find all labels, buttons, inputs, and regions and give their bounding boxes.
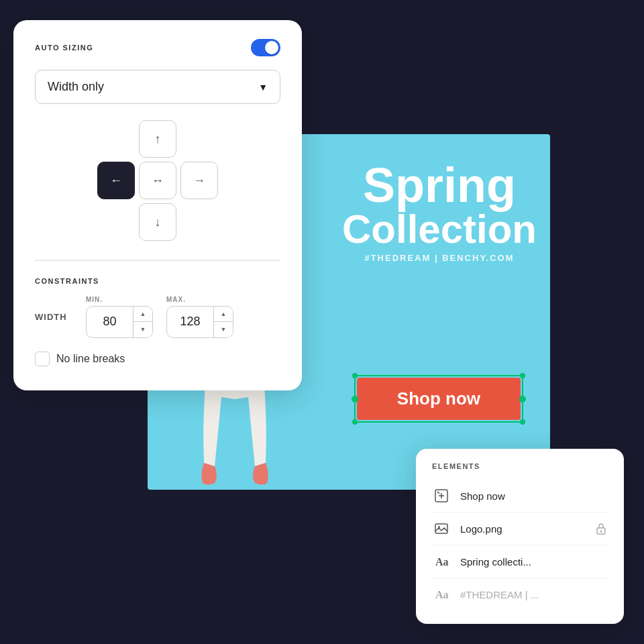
align-row-bottom: ↓	[139, 203, 176, 241]
max-label: MAX.	[166, 296, 233, 303]
element-name-hashtag: #THEDREAM | ...	[460, 589, 608, 600]
max-width-value: 128	[167, 315, 213, 329]
width-label: WIDTH	[35, 312, 75, 322]
panel-header: AUTO SIZING	[35, 39, 280, 56]
element-item-spring[interactable]: Aa Spring collecti...	[432, 545, 608, 578]
max-input-group: MAX. 128 ▲ ▼	[166, 296, 233, 338]
element-name-spring: Spring collecti...	[460, 556, 608, 568]
min-width-input[interactable]: 80 ▲ ▼	[86, 306, 153, 338]
anchor-icon	[432, 486, 451, 505]
align-left-button[interactable]: ←	[97, 162, 135, 199]
no-line-breaks-option[interactable]: No line breaks	[35, 352, 280, 366]
align-down-button[interactable]: ↓	[139, 203, 176, 241]
constraints-row: WIDTH MIN. 80 ▲ ▼ MAX. 128 ▲ ▼	[35, 296, 280, 338]
element-name-shop-now: Shop now	[460, 490, 608, 502]
auto-sizing-panel: AUTO SIZING Width only ▼ ↑ ← ↔ → ↓ CONST…	[13, 20, 302, 390]
text-muted-icon: Aa	[432, 585, 451, 604]
max-decrement-button[interactable]: ▼	[214, 322, 233, 337]
element-item-shop-now[interactable]: Shop now	[432, 480, 608, 513]
shop-now-button[interactable]: Shop now	[357, 378, 521, 420]
svg-rect-10	[435, 524, 447, 533]
max-stepper[interactable]: ▲ ▼	[213, 307, 233, 337]
spring-collection-text: Spring Collection #THEDREAM | BENCHY.COM	[342, 161, 537, 262]
svg-text:Aa: Aa	[435, 589, 449, 600]
selection-handle-bl	[352, 419, 358, 425]
min-stepper[interactable]: ▲ ▼	[133, 307, 152, 337]
no-line-breaks-label: No line breaks	[56, 353, 125, 365]
divider	[35, 260, 280, 261]
sizing-mode-dropdown[interactable]: Width only ▼	[35, 70, 280, 104]
align-center-button[interactable]: ↔	[139, 162, 176, 199]
shop-now-container: Shop now	[354, 375, 523, 423]
element-name-logo: Logo.png	[460, 523, 585, 535]
align-up-button[interactable]: ↑	[139, 120, 176, 158]
svg-text:Aa: Aa	[435, 556, 449, 568]
svg-point-13	[600, 531, 602, 533]
constraints-title: CONSTRAINTS	[35, 277, 280, 285]
min-input-group: MIN. 80 ▲ ▼	[86, 296, 153, 338]
align-row-middle: ← ↔ →	[97, 162, 218, 199]
elements-panel-title: ELEMENTS	[432, 462, 608, 470]
align-row-top: ↑	[139, 120, 176, 158]
min-decrement-button[interactable]: ▼	[133, 322, 152, 337]
align-right-button[interactable]: →	[180, 162, 218, 199]
shop-now-selection: Shop now	[354, 375, 523, 423]
selection-handle-tr	[520, 373, 525, 378]
max-width-input[interactable]: 128 ▲ ▼	[166, 306, 233, 338]
selection-handle-br	[520, 419, 525, 425]
text-icon: Aa	[432, 552, 451, 571]
min-max-group: MIN. 80 ▲ ▼ MAX. 128 ▲ ▼	[86, 296, 233, 338]
lock-icon	[594, 522, 608, 535]
max-increment-button[interactable]: ▲	[214, 307, 233, 323]
hashtag-text: #THEDREAM | BENCHY.COM	[342, 254, 537, 262]
elements-panel: ELEMENTS Shop now Logo.png	[416, 449, 624, 624]
auto-sizing-toggle[interactable]	[251, 39, 280, 56]
collection-headline: Collection	[342, 209, 537, 250]
element-item-logo[interactable]: Logo.png	[432, 513, 608, 545]
alignment-grid: ↑ ← ↔ → ↓	[35, 120, 280, 241]
chevron-down-icon: ▼	[258, 82, 268, 93]
min-label: MIN.	[86, 296, 153, 303]
dropdown-label: Width only	[48, 80, 104, 94]
no-line-breaks-checkbox[interactable]	[35, 352, 50, 366]
element-item-hashtag[interactable]: Aa #THEDREAM | ...	[432, 578, 608, 610]
min-increment-button[interactable]: ▲	[133, 307, 152, 323]
spring-headline: Spring	[342, 161, 537, 209]
selection-handle-tl	[352, 373, 358, 378]
auto-sizing-title: AUTO SIZING	[35, 44, 93, 52]
min-width-value: 80	[87, 315, 133, 329]
image-icon	[432, 519, 451, 538]
